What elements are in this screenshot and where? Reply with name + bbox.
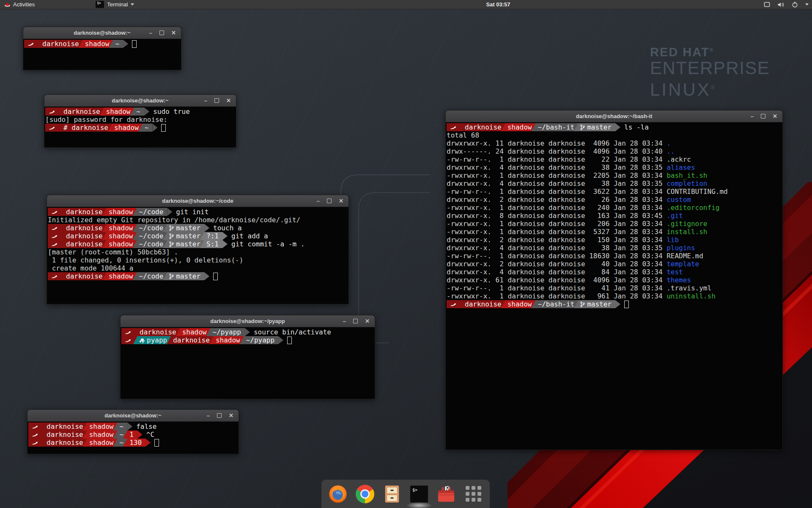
- prompt-git-segment: master: [163, 240, 204, 248]
- prompt-user-segment: darknoise: [36, 40, 83, 48]
- prompt-user-segment: darknoise: [60, 232, 107, 240]
- terminal-content[interactable]: darknoiseshadow~: [23, 39, 181, 70]
- prompt-line: darknoiseshadow~/codemaster: [48, 272, 348, 280]
- close-button[interactable]: ✕: [171, 30, 176, 36]
- file-name: test: [667, 268, 683, 276]
- dock-item-toolbox[interactable]: [436, 483, 456, 505]
- close-button[interactable]: ✕: [339, 198, 343, 204]
- prompt-host-segment: shadow: [100, 108, 134, 116]
- prompt-git-segment: master: [163, 224, 204, 232]
- prompt-line: darknoiseshadow~/bash-itmaster: [447, 300, 782, 308]
- maximize-button[interactable]: [214, 98, 219, 103]
- redhat-icon: [51, 226, 58, 231]
- minimize-button[interactable]: –: [343, 318, 346, 324]
- file-name: .editorconfig: [667, 204, 719, 212]
- minimize-button[interactable]: –: [204, 98, 207, 103]
- volume-icon[interactable]: [777, 2, 785, 8]
- ls-row: -rwxrwxr-x. 1 darknoise darknoise 206 Ja…: [447, 220, 782, 228]
- command-text: ^C: [146, 431, 154, 439]
- prompt-arrow: [222, 232, 228, 240]
- redhat-icon: [51, 275, 58, 279]
- terminal-content[interactable]: darknoiseshadow~/bash-itmasterls -latota…: [446, 122, 782, 450]
- maximize-button[interactable]: [217, 413, 222, 418]
- terminal-content[interactable]: darknoiseshadow~falsedarknoiseshadow~1^C…: [27, 422, 239, 454]
- file-name: .travis.yml: [667, 284, 711, 292]
- close-button[interactable]: ✕: [229, 413, 233, 418]
- clock[interactable]: Sat 03:57: [486, 0, 510, 9]
- titlebar[interactable]: darknoise@shadow:~/pyapp–✕: [121, 315, 375, 327]
- ls-row: drwxrwxr-x. 8 darknoise darknoise 163 Ja…: [447, 212, 782, 220]
- ls-row: drwxrwxr-x. 4 darknoise darknoise 84 Jan…: [447, 268, 782, 276]
- file-name: install.sh: [667, 228, 707, 236]
- prompt-user-segment: darknoise: [133, 328, 180, 336]
- prompt-host-segment: shadow: [501, 123, 536, 131]
- file-name: .gitignore: [667, 220, 707, 228]
- minimize-button[interactable]: –: [317, 198, 320, 204]
- prompt-user-segment: darknoise: [60, 208, 107, 216]
- file-name: CONTRIBUTING.md: [667, 188, 728, 196]
- brand-red-hat: RED HAT®: [650, 44, 770, 58]
- ls-row: -rw-rw-r--. 1 darknoise darknoise 41 Jan…: [447, 284, 782, 292]
- close-button[interactable]: ✕: [365, 318, 370, 324]
- titlebar[interactable]: darknoise@shadow:~–✕: [44, 95, 236, 107]
- chevron-down-icon[interactable]: [805, 3, 809, 6]
- prompt-line: darknoiseshadow~130: [28, 439, 238, 447]
- redhat-icon: [125, 331, 131, 335]
- maximize-button[interactable]: [327, 199, 332, 203]
- maximize-button[interactable]: [159, 30, 164, 35]
- prompt-arrow: [167, 208, 172, 216]
- titlebar[interactable]: darknoise@shadow:~/code–✕: [47, 195, 348, 207]
- titlebar[interactable]: darknoise@shadow:~–✕: [27, 410, 239, 422]
- power-icon[interactable]: [792, 1, 798, 8]
- window-title: darknoise@shadow:~/code: [47, 195, 348, 207]
- terminal-window-pyapp: darknoise@shadow:~/pyapp–✕darknoiseshado…: [120, 315, 375, 399]
- file-name: uninstall.sh: [667, 292, 716, 300]
- prompt-line: darknoiseshadow~/codemaster?:1git add a: [48, 232, 348, 240]
- redhat-icon: [49, 126, 55, 131]
- window-title: darknoise@shadow:~/pyapp: [121, 315, 375, 327]
- prompt-host-segment: shadow: [83, 439, 118, 447]
- ls-row: -rw-rw-r--. 1 darknoise darknoise 22 Jan…: [447, 155, 782, 163]
- minimize-button[interactable]: –: [149, 30, 152, 36]
- terminal-cursor: [287, 337, 292, 344]
- close-button[interactable]: ✕: [226, 98, 231, 103]
- dock-item-app-grid[interactable]: [464, 483, 483, 505]
- output-line: Initialized empty Git repository in /hom…: [48, 216, 348, 224]
- app-menu-terminal[interactable]: $> Terminal: [93, 0, 137, 9]
- prompt-user-segment: darknoise: [57, 108, 104, 116]
- prompt-venv-segment: pyapp: [133, 336, 171, 344]
- prompt-line: darknoiseshadow~false: [28, 422, 238, 431]
- maximize-button[interactable]: [353, 319, 358, 323]
- prompt-user-segment: darknoise: [40, 439, 87, 447]
- titlebar[interactable]: darknoise@shadow:~–✕: [23, 27, 181, 39]
- minimize-button[interactable]: –: [207, 413, 210, 418]
- prompt-path-segment: ~/code: [133, 272, 167, 280]
- dock-item-files[interactable]: [382, 483, 402, 505]
- display-icon[interactable]: [764, 2, 770, 7]
- firefox-icon: [328, 484, 348, 504]
- prompt-host-segment: shadow: [102, 232, 137, 240]
- minimize-button[interactable]: –: [751, 113, 754, 119]
- prompt-path-segment: ~/pyapp: [240, 336, 278, 344]
- close-button[interactable]: ✕: [773, 113, 777, 119]
- ls-row: -rwxrwxr-x. 1 darknoise darknoise 240 Ja…: [447, 204, 782, 212]
- titlebar[interactable]: darknoise@shadow:~/bash-it–✕: [446, 110, 782, 122]
- window-controls: –✕: [343, 315, 370, 327]
- maximize-button[interactable]: [761, 114, 765, 119]
- dock-item-firefox[interactable]: [328, 483, 348, 505]
- prompt-arrow: [137, 431, 143, 439]
- dock-item-terminal[interactable]: $>: [409, 483, 429, 505]
- activities-label: Activities: [13, 1, 35, 8]
- rhel-brand-logo: RED HAT® ENTERPRISE LINUX®: [650, 44, 770, 99]
- file-manager-icon: [383, 484, 401, 504]
- file-name: .git: [667, 212, 683, 220]
- terminal-content[interactable]: darknoiseshadow~sudo true[sudo] password…: [44, 107, 236, 148]
- terminal-content[interactable]: darknoiseshadow~/pyappsource bin/activat…: [121, 327, 375, 399]
- terminal-content[interactable]: darknoiseshadow~/codegit initInitialized…: [47, 207, 348, 304]
- dock-item-chrome[interactable]: [355, 483, 375, 505]
- svg-text:$>: $>: [412, 488, 417, 492]
- redhat-icon: [49, 110, 55, 115]
- redhat-icon: [450, 303, 456, 307]
- activities-button[interactable]: Activities: [0, 0, 39, 9]
- prompt-arrow: [127, 422, 132, 431]
